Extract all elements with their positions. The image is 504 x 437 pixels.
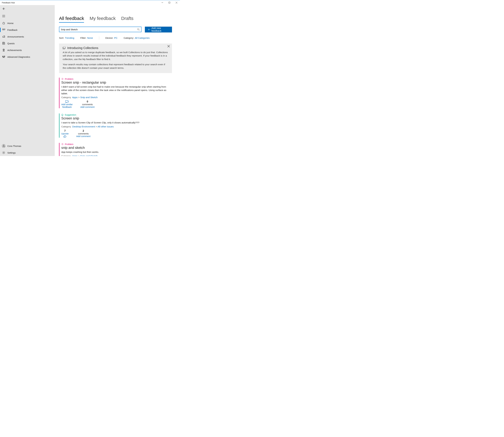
content-area: All feedbackMy feedbackDrafts Add new fe… [55,5,180,156]
sidebar-item-label: Advanced Diagnostics [7,56,30,58]
category-link-1[interactable]: Apps [72,96,78,99]
filter-control[interactable]: Filter: None [80,37,93,39]
device-value: PC [114,37,118,39]
category-label: Category [61,96,71,99]
svg-text:+: + [5,146,5,147]
feedback-title: Screen snip - rectangular snip [61,80,172,85]
feedback-card[interactable]: Problemsnip and sketchApp keeps crashing… [59,143,172,156]
plus-icon [148,28,150,31]
sort-label: Sort: [59,37,64,39]
category-link-2[interactable]: Snip and Sketch [80,96,98,99]
diag-icon [0,55,7,58]
category-link-2[interactable]: Snip and Sketch [80,155,98,156]
svg-rect-38 [63,47,65,49]
feedback-icon [0,29,7,31]
window-close-button[interactable] [173,0,180,5]
svg-line-28 [4,153,5,154]
svg-rect-1 [169,2,170,3]
svg-point-12 [3,49,4,50]
search-input[interactable] [61,28,137,31]
sidebar-item-feedback[interactable]: Feedback [0,27,55,33]
hamburger-button[interactable] [0,12,7,20]
search-box[interactable] [59,27,142,32]
sidebar-item-label: Quests [7,42,15,45]
category-link-2[interactable]: All other issues [98,125,114,128]
filter-label: Filter: [80,37,86,39]
svg-line-30 [3,153,3,154]
add-comment-link[interactable]: Add comment [80,106,95,108]
sidebar-item-home[interactable]: Home [0,20,55,27]
svg-point-41 [62,79,63,80]
add-comment-link[interactable]: Add comment [76,135,91,138]
add-new-feedback-button[interactable]: Add new feedback [145,27,172,32]
back-button[interactable] [0,5,7,12]
comment-count: 0 [87,100,88,103]
svg-point-13 [3,49,4,50]
feedback-type-label: Problem [65,143,73,145]
feedback-card[interactable]: SuggestionScreen snipI want to take a Sc… [59,113,172,138]
suggestion-icon [61,114,63,116]
svg-line-32 [139,30,140,31]
add-new-feedback-label: Add new feedback [152,27,169,32]
svg-point-7 [3,29,3,30]
filter-bar: Sort: Trending Filter: None Device: PC C… [59,36,172,40]
feedback-title: snip and sketch [61,146,172,150]
problem-icon [61,78,64,80]
avatar-icon: + [2,144,6,148]
sidebar-item-label: Achievements [7,49,22,51]
svg-line-27 [3,152,3,152]
sidebar-item-announcements[interactable]: Announcements [0,33,55,40]
comment-count: 2 [83,129,84,132]
svg-point-48 [62,144,63,145]
collections-banner: Introducing Collections A lot of you ask… [59,43,172,73]
category-link-1[interactable]: Desktop Environment [72,125,95,128]
svg-point-31 [137,29,139,30]
feedback-card[interactable]: ProblemScreen snip - rectangular snipI d… [59,78,172,108]
sidebar-item-label: Home [7,22,13,24]
svg-point-22 [3,152,4,153]
tab-drafts[interactable]: Drafts [121,16,134,23]
svg-line-29 [4,152,5,152]
sidebar-settings-label: Settings [7,151,16,154]
banner-paragraph-1: A lot of you asked us to merge duplicate… [63,51,168,61]
tab-all-feedback[interactable]: All feedback [59,16,84,23]
sort-control[interactable]: Sort: Trending [59,37,74,39]
feedback-description: I want to take a Screen Clip of Screen C… [61,121,172,124]
collections-icon [63,47,66,49]
gear-icon [0,151,7,154]
window-title: Feedback Hub [0,1,15,4]
quest-icon [0,42,7,45]
home-icon [0,22,7,24]
svg-rect-42 [65,100,68,102]
add-similar-icon [65,100,69,103]
device-label: Device: [105,37,113,39]
svg-rect-8 [4,29,5,30]
comments-label: comments [78,132,89,135]
window-maximize-button[interactable] [166,0,173,5]
svg-rect-10 [3,43,5,45]
sidebar-user-label: Cora Thomas [7,145,21,147]
banner-paragraph-2: Your search results may contain collecti… [63,63,168,70]
device-control[interactable]: Device: PC [105,37,117,39]
svg-point-20 [3,145,4,146]
titlebar: Feedback Hub [0,0,180,5]
category-label: Category [61,155,71,156]
comments-label: comments [82,103,93,106]
sidebar-user[interactable]: + Cora Thomas [0,143,55,149]
feedback-title: Screen snip [61,116,172,120]
add-similar-feedback-button[interactable]: Add similarfeedback [61,100,73,108]
sidebar-item-quests[interactable]: Quests [0,40,55,47]
sidebar-settings[interactable]: Settings [0,149,55,156]
banner-close-button[interactable] [167,45,170,48]
upvote-button[interactable]: 7Upvote [61,129,69,138]
sidebar-item-achievements[interactable]: Achievements [0,47,55,53]
window-minimize-button[interactable] [159,0,166,5]
category-value: All Categories [135,37,150,39]
feedback-type-label: Suggestion [65,113,76,116]
category-control[interactable]: Category: All Categories [123,37,150,39]
search-icon[interactable] [137,28,140,31]
megaphone-icon [0,35,7,38]
sidebar-item-advanced-diagnostics[interactable]: Advanced Diagnostics [0,53,55,60]
tab-my-feedback[interactable]: My feedback [90,16,116,23]
category-link-1[interactable]: Apps [72,155,78,156]
